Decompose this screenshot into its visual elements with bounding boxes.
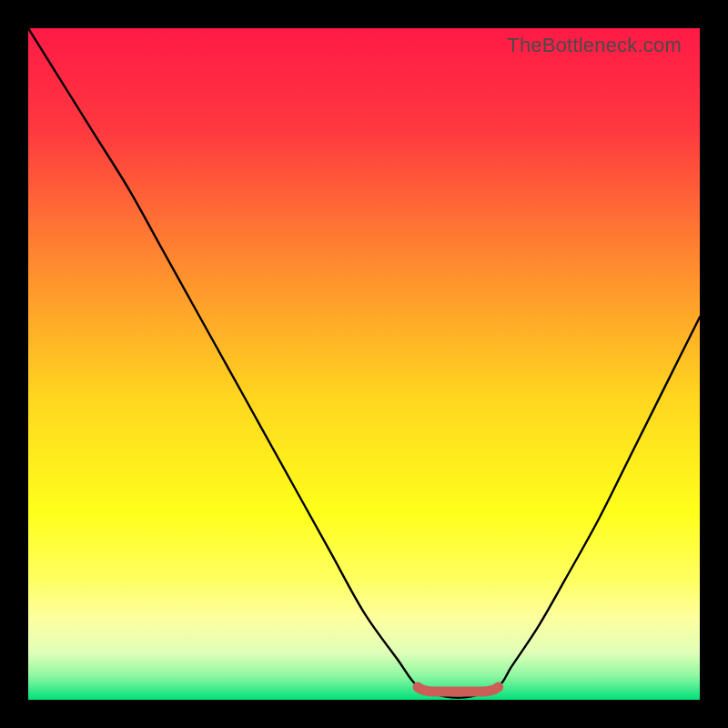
curve-layer (28, 28, 700, 700)
watermark-text: TheBottleneck.com (507, 34, 682, 57)
plot-area: TheBottleneck.com (28, 28, 700, 700)
bottleneck-curve (28, 28, 700, 698)
optimal-band (418, 687, 499, 692)
chart-frame: TheBottleneck.com (0, 0, 728, 728)
